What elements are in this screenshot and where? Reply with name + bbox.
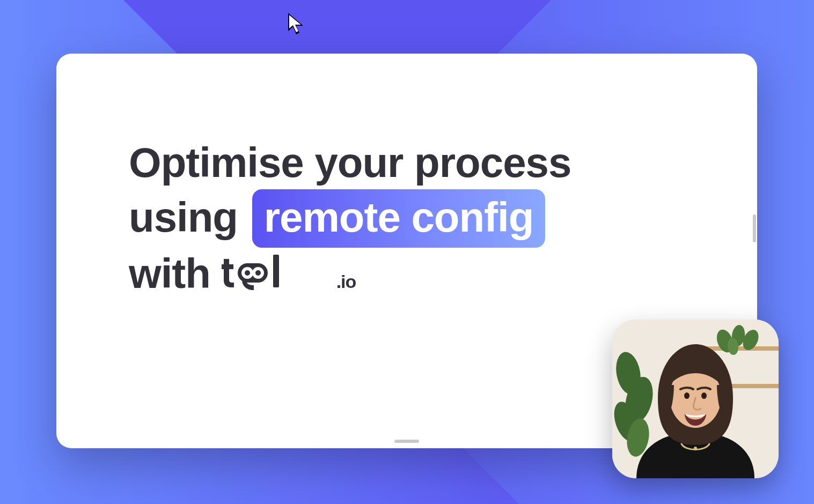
presenter-avatar [626,333,765,478]
headline-highlight: remote config [252,189,546,248]
vertical-scroll-indicator[interactable] [753,214,756,242]
svg-point-4 [255,270,261,276]
svg-point-3 [245,270,250,276]
headline-line-2-prefix: using [129,194,238,241]
brand-line: with [129,248,356,300]
brand-suffix: .io [336,270,356,293]
headline-line-3-prefix: with [129,248,210,300]
svg-point-17 [701,392,707,399]
svg-rect-5 [273,255,279,287]
presenter-video-pip[interactable] [612,320,779,478]
svg-point-16 [684,392,690,399]
horizontal-scroll-indicator[interactable] [394,440,419,443]
brand-logo [222,251,334,291]
presenter-scene [612,320,779,478]
svg-point-18 [694,447,697,450]
headline-line-1: Optimise your process [129,139,571,186]
slide-content: Optimise your process using remote confi… [129,137,725,300]
headline: Optimise your process using remote confi… [129,137,725,300]
